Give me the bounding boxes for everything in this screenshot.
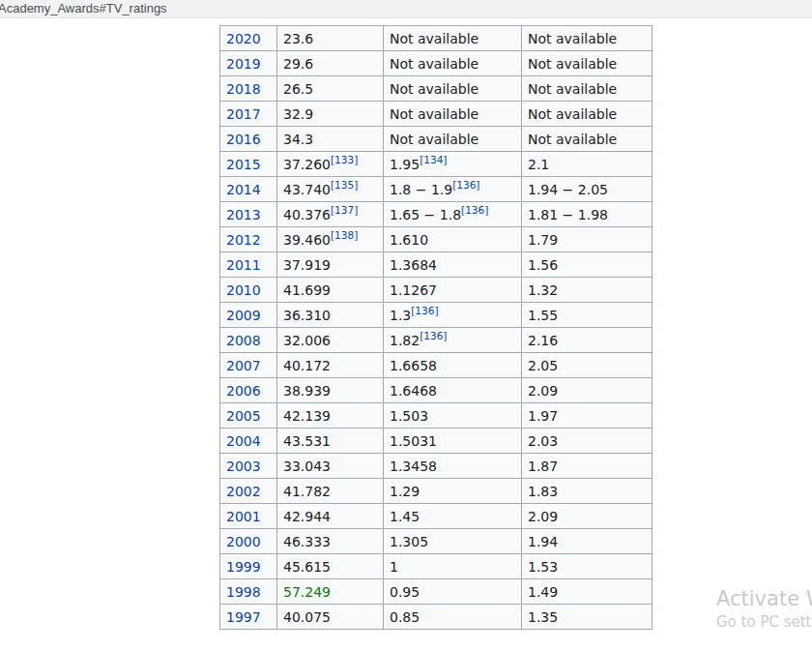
viewers-cell-value: 42.139 xyxy=(283,408,331,424)
year-link[interactable]: 2012 xyxy=(226,232,261,248)
year-link[interactable]: 2011 xyxy=(226,257,261,273)
year-link[interactable]: 2001 xyxy=(226,509,261,524)
year-cell: 2010 xyxy=(220,278,277,303)
rating-cell: 1.3684 xyxy=(384,252,522,278)
tv-ratings-table-body: 202023.6Not availableNot available201929… xyxy=(220,26,652,630)
share-cell: 2.03 xyxy=(522,429,652,454)
year-cell: 2012 xyxy=(220,227,277,252)
year-link[interactable]: 2007 xyxy=(226,358,261,373)
viewers-cell-value: 33.043 xyxy=(283,459,331,474)
share-cell: 1.97 xyxy=(522,403,652,429)
viewers-cell: 26.5 xyxy=(277,76,384,102)
rating-cell: Not available xyxy=(384,76,522,102)
year-link[interactable]: 2020 xyxy=(226,31,261,46)
share-cell-value: 2.03 xyxy=(528,433,558,449)
citation-ref-link[interactable]: [137] xyxy=(331,204,358,216)
year-cell: 2003 xyxy=(220,454,277,479)
year-link[interactable]: 2013 xyxy=(226,207,261,222)
viewers-cell: 41.699 xyxy=(277,278,384,303)
rating-cell: Not available xyxy=(384,26,522,51)
year-link[interactable]: 1997 xyxy=(226,609,261,625)
viewers-cell: 37.919 xyxy=(277,252,384,278)
viewers-cell: 32.006 xyxy=(277,328,384,353)
citation-ref-link[interactable]: [136] xyxy=(452,179,479,191)
year-link[interactable]: 2008 xyxy=(226,333,261,348)
share-cell-value: 1.94 − 2.05 xyxy=(528,182,608,197)
year-link[interactable]: 2005 xyxy=(226,408,261,424)
year-link[interactable]: 2004 xyxy=(226,433,261,449)
year-link[interactable]: 2009 xyxy=(226,308,261,323)
rating-cell-value: 1.503 xyxy=(390,408,428,424)
share-cell: 1.53 xyxy=(522,554,652,579)
citation-ref-link[interactable]: [133] xyxy=(331,154,358,165)
year-link[interactable]: 2000 xyxy=(226,534,261,549)
rating-cell: 0.95 xyxy=(384,579,522,605)
viewers-cell: 40.172 xyxy=(277,353,384,378)
citation-ref-link[interactable]: [135] xyxy=(331,179,358,191)
share-cell: 1.79 xyxy=(522,227,652,252)
citation-ref-link[interactable]: [136] xyxy=(411,305,438,316)
rating-cell-value: 1.3458 xyxy=(390,459,437,474)
share-cell: 2.16 xyxy=(522,328,652,353)
citation-ref-link[interactable]: [134] xyxy=(420,154,447,165)
viewers-cell: 38.939 xyxy=(277,378,384,403)
viewers-cell: 36.310 xyxy=(277,303,384,328)
table-row: 200740.1721.66582.05 xyxy=(220,353,652,378)
year-link[interactable]: 1999 xyxy=(226,559,261,575)
citation-ref-link[interactable]: [136] xyxy=(420,330,447,341)
viewers-cell: 42.944 xyxy=(277,504,384,529)
year-link[interactable]: 2014 xyxy=(226,182,261,197)
table-row: 200638.9391.64682.09 xyxy=(220,378,652,403)
table-row: 201929.6Not availableNot available xyxy=(220,51,652,76)
viewers-cell-value: 38.939 xyxy=(283,383,331,399)
viewers-cell: 33.043 xyxy=(277,454,384,479)
rating-cell: 1.82[136] xyxy=(384,328,522,353)
year-cell: 2018 xyxy=(220,76,277,102)
rating-cell: 1.8 − 1.9[136] xyxy=(384,177,522,202)
year-cell: 2011 xyxy=(220,252,277,278)
table-row: 201340.376[137]1.65 − 1.8[136]1.81 − 1.9… xyxy=(220,202,652,227)
citation-ref-link[interactable]: [136] xyxy=(461,204,488,216)
rating-cell-value: 1.6658 xyxy=(390,358,437,373)
share-cell: Not available xyxy=(522,102,652,127)
share-cell-value: Not available xyxy=(528,132,617,147)
year-link[interactable]: 2002 xyxy=(226,484,261,499)
windows-activate-watermark-subtext: Go to PC settin xyxy=(716,613,812,631)
year-cell: 2016 xyxy=(220,127,277,152)
table-row: 199857.2490.951.49 xyxy=(220,579,652,605)
year-cell: 2008 xyxy=(220,328,277,353)
year-link[interactable]: 2018 xyxy=(226,81,261,97)
share-cell-value: 1.35 xyxy=(528,609,558,625)
year-link[interactable]: 2016 xyxy=(226,132,261,147)
year-link[interactable]: 2010 xyxy=(226,282,261,298)
table-row: 201634.3Not availableNot available xyxy=(220,127,652,152)
viewers-cell-value: 36.310 xyxy=(283,308,331,323)
rating-cell-value: 1.3 xyxy=(390,308,411,323)
rating-cell-value: 1.3684 xyxy=(390,257,437,273)
year-link[interactable]: 1998 xyxy=(226,584,261,600)
share-cell: 1.49 xyxy=(522,579,652,605)
year-link[interactable]: 2017 xyxy=(226,106,261,122)
share-cell-value: Not available xyxy=(528,56,617,72)
share-cell: Not available xyxy=(522,127,652,152)
year-link[interactable]: 2003 xyxy=(226,459,261,474)
viewers-cell: 43.740[135] xyxy=(277,177,384,202)
year-link[interactable]: 2006 xyxy=(226,383,261,399)
rating-cell-value: 1.6468 xyxy=(390,383,437,399)
citation-ref-link[interactable]: [138] xyxy=(331,229,358,241)
year-link[interactable]: 2019 xyxy=(226,56,261,72)
rating-cell: 1.45 xyxy=(384,504,522,529)
browser-tab-title[interactable]: Academy_Awards#TV_ratings xyxy=(0,1,167,15)
year-cell: 2001 xyxy=(220,504,277,529)
year-link[interactable]: 2015 xyxy=(226,157,261,172)
viewers-cell-value: 41.699 xyxy=(283,282,331,298)
share-cell: 2.09 xyxy=(522,378,652,403)
year-cell: 2017 xyxy=(220,102,277,127)
viewers-cell: 57.249 xyxy=(277,579,384,605)
rating-cell-value: Not available xyxy=(390,106,478,122)
year-cell: 2014 xyxy=(220,177,277,202)
rating-cell-value: 1.305 xyxy=(390,534,428,549)
table-row: 200936.3101.3[136]1.55 xyxy=(220,303,652,328)
rating-cell: 1.29 xyxy=(384,479,522,504)
viewers-cell-value: 43.531 xyxy=(283,433,331,449)
